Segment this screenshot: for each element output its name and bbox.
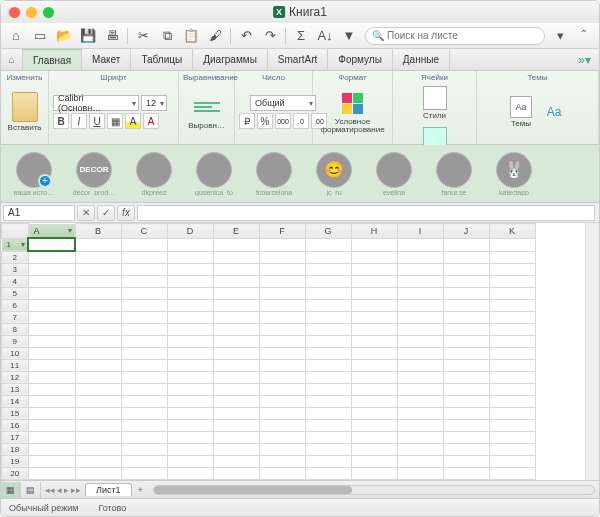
cell-I2[interactable]	[397, 251, 443, 263]
quick-sort-icon[interactable]: A↓	[316, 27, 334, 45]
bold-button[interactable]: B	[53, 113, 69, 129]
row-header-14[interactable]: 14	[2, 395, 29, 407]
row-header-19[interactable]: 19	[2, 455, 29, 467]
cell-G4[interactable]	[305, 275, 351, 287]
paste-button[interactable]: Вставить	[4, 90, 46, 134]
cell-F17[interactable]	[259, 431, 305, 443]
cell-E8[interactable]	[213, 323, 259, 335]
cell-I18[interactable]	[397, 443, 443, 455]
cell-H21[interactable]	[351, 479, 397, 480]
row-header-5[interactable]: 5	[2, 287, 29, 299]
cell-A2[interactable]	[28, 251, 75, 263]
cell-F3[interactable]	[259, 263, 305, 275]
cell-G6[interactable]	[305, 299, 351, 311]
story-3[interactable]: gusenica_to	[189, 152, 239, 196]
cell-K19[interactable]	[489, 455, 535, 467]
select-all-corner[interactable]	[2, 224, 29, 239]
cell-K6[interactable]	[489, 299, 535, 311]
cell-C8[interactable]	[121, 323, 167, 335]
cell-E9[interactable]	[213, 335, 259, 347]
cell-E1[interactable]	[213, 238, 259, 251]
cell-B8[interactable]	[75, 323, 121, 335]
cell-D19[interactable]	[167, 455, 213, 467]
cell-J6[interactable]	[443, 299, 489, 311]
sheet-tab-1[interactable]: Лист1	[85, 483, 132, 496]
spreadsheet-grid[interactable]: ABCDEFGHIJK12345678910111213141516171819…	[1, 223, 585, 480]
cell-H12[interactable]	[351, 371, 397, 383]
col-header-E[interactable]: E	[213, 224, 259, 239]
cell-F14[interactable]	[259, 395, 305, 407]
cell-F18[interactable]	[259, 443, 305, 455]
fx-button[interactable]: fx	[117, 205, 135, 221]
cell-A5[interactable]	[28, 287, 75, 299]
cell-A17[interactable]	[28, 431, 75, 443]
col-header-K[interactable]: K	[489, 224, 535, 239]
cell-D12[interactable]	[167, 371, 213, 383]
cell-J12[interactable]	[443, 371, 489, 383]
dec-less-button[interactable]: .0	[293, 113, 309, 129]
window-maximize[interactable]	[43, 7, 54, 18]
cell-B9[interactable]	[75, 335, 121, 347]
cell-A16[interactable]	[28, 419, 75, 431]
cell-J1[interactable]	[443, 238, 489, 251]
cell-G5[interactable]	[305, 287, 351, 299]
cell-E4[interactable]	[213, 275, 259, 287]
col-header-F[interactable]: F	[259, 224, 305, 239]
story-6[interactable]: evelina	[369, 152, 419, 196]
quick-redo-icon[interactable]: ↷	[261, 27, 279, 45]
cell-D1[interactable]	[167, 238, 213, 251]
cell-K8[interactable]	[489, 323, 535, 335]
cell-C20[interactable]	[121, 467, 167, 479]
cell-G2[interactable]	[305, 251, 351, 263]
cell-C5[interactable]	[121, 287, 167, 299]
cell-C1[interactable]	[121, 238, 167, 251]
row-header-20[interactable]: 20	[2, 467, 29, 479]
cell-J18[interactable]	[443, 443, 489, 455]
cell-D4[interactable]	[167, 275, 213, 287]
cell-A20[interactable]	[28, 467, 75, 479]
styles-button[interactable]: Стили	[419, 84, 451, 122]
cell-F19[interactable]	[259, 455, 305, 467]
cell-B7[interactable]	[75, 311, 121, 323]
cell-J21[interactable]	[443, 479, 489, 480]
tab-smartart[interactable]: SmartArt	[268, 49, 328, 70]
cell-A15[interactable]	[28, 407, 75, 419]
cell-B13[interactable]	[75, 383, 121, 395]
cell-C16[interactable]	[121, 419, 167, 431]
cell-D21[interactable]	[167, 479, 213, 480]
cell-H9[interactable]	[351, 335, 397, 347]
row-header-11[interactable]: 11	[2, 359, 29, 371]
cell-B16[interactable]	[75, 419, 121, 431]
cell-F13[interactable]	[259, 383, 305, 395]
cell-I15[interactable]	[397, 407, 443, 419]
row-header-3[interactable]: 3	[2, 263, 29, 275]
row-header-21[interactable]: 21	[2, 479, 29, 480]
cell-K20[interactable]	[489, 467, 535, 479]
cell-G15[interactable]	[305, 407, 351, 419]
story-8[interactable]: 🐰kateclapp	[489, 152, 539, 196]
cell-K10[interactable]	[489, 347, 535, 359]
cell-C3[interactable]	[121, 263, 167, 275]
cell-K9[interactable]	[489, 335, 535, 347]
cell-D10[interactable]	[167, 347, 213, 359]
cell-B11[interactable]	[75, 359, 121, 371]
tab-more-icon[interactable]: »▾	[570, 49, 599, 70]
cell-A13[interactable]	[28, 383, 75, 395]
cell-E15[interactable]	[213, 407, 259, 419]
cell-E5[interactable]	[213, 287, 259, 299]
col-header-A[interactable]: A	[29, 224, 75, 238]
row-header-7[interactable]: 7	[2, 311, 29, 323]
cell-E21[interactable]	[213, 479, 259, 480]
font-name-select[interactable]: Calibri (Основн…	[53, 95, 139, 111]
quick-cut-icon[interactable]: ✂	[134, 27, 152, 45]
cell-J16[interactable]	[443, 419, 489, 431]
cell-B3[interactable]	[75, 263, 121, 275]
cell-I19[interactable]	[397, 455, 443, 467]
cell-K12[interactable]	[489, 371, 535, 383]
cell-E6[interactable]	[213, 299, 259, 311]
quick-filter-icon[interactable]: ▼	[340, 27, 358, 45]
cell-K18[interactable]	[489, 443, 535, 455]
cell-H3[interactable]	[351, 263, 397, 275]
tab-formulas[interactable]: Формулы	[328, 49, 393, 70]
col-header-I[interactable]: I	[397, 224, 443, 239]
